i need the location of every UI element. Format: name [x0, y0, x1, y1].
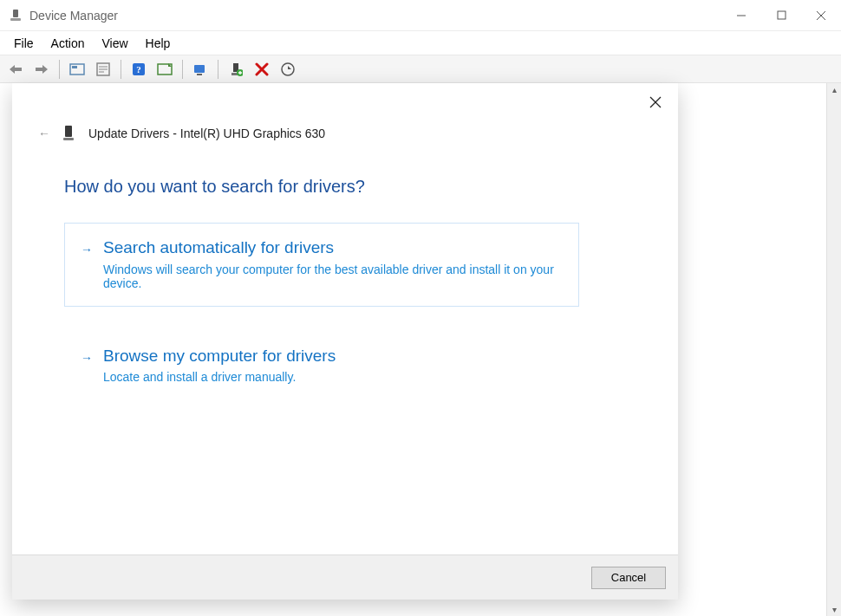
svg-rect-17	[194, 65, 205, 73]
dialog-title: Update Drivers - Intel(R) UHD Graphics 6…	[88, 126, 325, 140]
menu-help[interactable]: Help	[137, 33, 179, 54]
window-title: Device Manager	[29, 9, 721, 23]
option-browse-computer[interactable]: → Browse my computer for drivers Locate …	[64, 331, 579, 401]
svg-rect-6	[14, 68, 22, 71]
help-icon[interactable]: ?	[127, 58, 151, 81]
show-hidden-icon[interactable]	[65, 58, 89, 81]
dialog-heading: How do you want to search for drivers?	[12, 151, 678, 223]
back-button[interactable]	[3, 58, 28, 81]
scan-changes-icon[interactable]	[276, 58, 300, 81]
scroll-down-icon[interactable]: ▾	[832, 605, 837, 614]
enable-device-icon[interactable]	[224, 58, 248, 81]
svg-rect-9	[72, 66, 77, 68]
toolbar-separator	[59, 60, 60, 79]
vertical-scrollbar[interactable]: ▴ ▾	[826, 83, 841, 616]
minimize-button[interactable]	[721, 0, 761, 31]
menu-action[interactable]: Action	[42, 33, 94, 54]
properties-icon[interactable]	[91, 58, 115, 81]
window-close-button[interactable]	[801, 0, 841, 31]
svg-rect-25	[65, 126, 72, 137]
option-description: Locate and install a driver manually.	[103, 370, 554, 384]
arrow-right-icon: →	[81, 237, 93, 290]
update-driver-icon[interactable]	[188, 58, 212, 81]
device-manager-icon	[9, 9, 23, 23]
menu-view[interactable]: View	[93, 33, 136, 54]
dialog-footer: Cancel	[12, 554, 678, 600]
uninstall-device-icon[interactable]	[250, 58, 274, 81]
toolbar-separator	[182, 60, 183, 79]
wizard-back-icon[interactable]: ←	[38, 126, 50, 140]
display-adapter-icon	[62, 125, 76, 142]
menu-file[interactable]: File	[5, 33, 42, 54]
svg-text:?: ?	[136, 64, 141, 75]
svg-rect-8	[70, 64, 84, 75]
svg-rect-7	[36, 68, 43, 71]
device-manager-titlebar: Device Manager	[0, 0, 841, 31]
arrow-right-icon: →	[81, 346, 93, 385]
option-search-automatically[interactable]: → Search automatically for drivers Windo…	[64, 223, 579, 307]
scroll-up-icon[interactable]: ▴	[832, 85, 837, 94]
toolbar-separator	[121, 60, 121, 79]
svg-rect-1	[10, 18, 21, 21]
option-description: Windows will search your computer for th…	[103, 263, 554, 290]
option-title: Search automatically for drivers	[103, 237, 561, 259]
option-title: Browse my computer for drivers	[103, 346, 561, 367]
toolbar: ?	[0, 55, 841, 83]
svg-rect-3	[778, 11, 786, 19]
svg-rect-0	[13, 10, 18, 17]
toolbar-separator	[218, 60, 218, 79]
forward-button[interactable]	[29, 58, 54, 81]
menu-bar: File Action View Help	[0, 31, 841, 55]
dialog-close-button[interactable]	[643, 90, 668, 114]
svg-rect-26	[63, 138, 74, 140]
cancel-button[interactable]: Cancel	[591, 567, 666, 589]
maximize-button[interactable]	[761, 0, 801, 31]
scan-hardware-icon[interactable]	[153, 58, 177, 81]
update-drivers-dialog: ← Update Drivers - Intel(R) UHD Graphics…	[12, 83, 678, 600]
svg-rect-18	[197, 74, 202, 75]
